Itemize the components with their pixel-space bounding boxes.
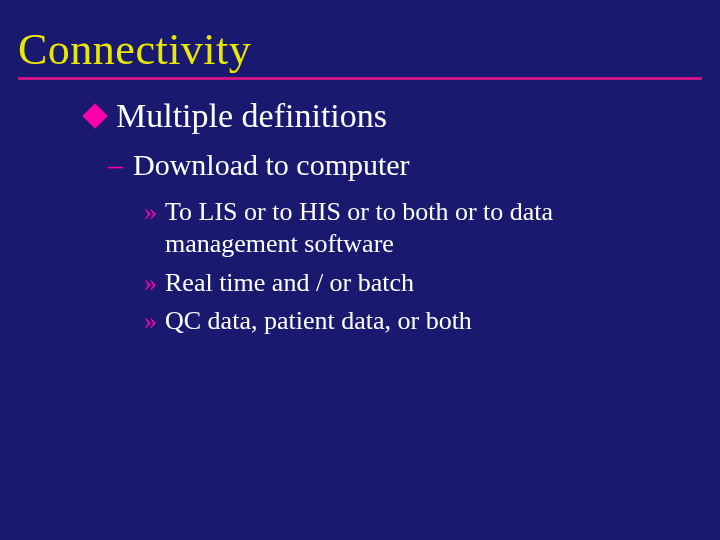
slide-body: Multiple definitions – Download to compu… bbox=[0, 80, 720, 338]
bullet-level3-list: » To LIS or to HIS or to both or to data… bbox=[86, 196, 646, 338]
bullet-level3-text: Real time and / or batch bbox=[165, 267, 414, 300]
bullet-level3-text: To LIS or to HIS or to both or to data m… bbox=[165, 196, 646, 261]
bullet-level1-text: Multiple definitions bbox=[116, 98, 387, 134]
list-item: » Real time and / or batch bbox=[144, 267, 646, 300]
bullet-level2-text: Download to computer bbox=[133, 148, 410, 182]
title-underline: Connectivity bbox=[18, 24, 702, 80]
list-item: » To LIS or to HIS or to both or to data… bbox=[144, 196, 646, 261]
bullet-level1: Multiple definitions bbox=[86, 98, 720, 134]
chevron-icon: » bbox=[144, 269, 157, 298]
chevron-icon: » bbox=[144, 307, 157, 336]
bullet-level2: – Download to computer bbox=[86, 148, 720, 182]
chevron-icon: » bbox=[144, 198, 157, 227]
diamond-icon bbox=[82, 103, 107, 128]
list-item: » QC data, patient data, or both bbox=[144, 305, 646, 338]
dash-icon: – bbox=[108, 150, 123, 180]
slide-title: Connectivity bbox=[18, 24, 702, 75]
bullet-level3-text: QC data, patient data, or both bbox=[165, 305, 472, 338]
